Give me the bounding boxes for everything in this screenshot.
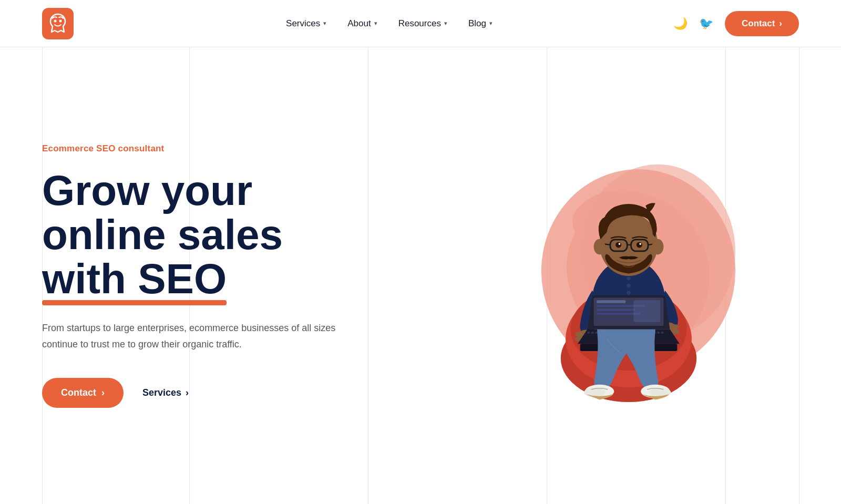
hero-services-link[interactable]: Services › <box>142 387 189 398</box>
header-contact-button[interactable]: Contact › <box>725 11 799 36</box>
page-wrapper: Ecommerce SEO consultant Grow your onlin… <box>0 47 841 504</box>
hero-section: Ecommerce SEO consultant Grow your onlin… <box>0 47 841 504</box>
cta-buttons: Contact › Services › <box>42 378 458 408</box>
svg-point-22 <box>637 242 642 248</box>
svg-rect-42 <box>595 332 598 334</box>
svg-rect-37 <box>597 308 635 311</box>
logo[interactable] <box>42 8 74 39</box>
arrow-right-icon: › <box>186 387 189 398</box>
hero-character-svg <box>502 124 755 428</box>
svg-point-1 <box>54 19 57 22</box>
svg-point-2 <box>59 19 62 22</box>
twitter-link[interactable]: 🐦 <box>699 17 713 30</box>
chevron-down-icon: ▾ <box>444 20 447 27</box>
svg-rect-59 <box>661 332 664 334</box>
arrow-right-icon: › <box>779 18 782 29</box>
svg-point-10 <box>627 276 630 280</box>
svg-rect-35 <box>597 300 625 303</box>
hero-illustration <box>458 92 799 460</box>
svg-point-23 <box>619 243 621 245</box>
chevron-down-icon: ▾ <box>489 20 493 27</box>
arrow-right-icon: › <box>101 387 105 398</box>
svg-rect-41 <box>591 332 594 334</box>
svg-point-31 <box>671 324 679 329</box>
svg-rect-40 <box>588 332 590 334</box>
nav-resources[interactable]: Resources ▾ <box>398 18 447 29</box>
svg-point-28 <box>575 332 583 336</box>
svg-rect-58 <box>657 332 660 334</box>
svg-point-25 <box>594 239 606 254</box>
hero-description: From startups to large enterprises, ecom… <box>42 320 336 352</box>
svg-point-26 <box>652 239 663 254</box>
character-scene <box>502 124 755 428</box>
site-header: Services ▾ About ▾ Resources ▾ Blog ▾ 🌙 … <box>0 0 841 47</box>
main-nav: Services ▾ About ▾ Resources ▾ Blog ▾ <box>286 18 493 29</box>
hero-eyebrow: Ecommerce SEO consultant <box>42 143 458 154</box>
svg-rect-39 <box>633 300 660 322</box>
svg-point-11 <box>627 283 630 287</box>
svg-point-12 <box>627 291 630 294</box>
chevron-down-icon: ▾ <box>323 20 326 27</box>
header-actions: 🌙 🐦 Contact › <box>673 11 799 36</box>
svg-point-32 <box>672 329 680 334</box>
nav-about[interactable]: About ▾ <box>347 18 377 29</box>
twitter-icon: 🐦 <box>699 17 713 30</box>
hero-heading: Grow your online sales with SEO <box>42 169 458 301</box>
svg-rect-0 <box>42 8 74 39</box>
dark-mode-toggle[interactable]: 🌙 <box>673 17 688 30</box>
nav-services[interactable]: Services ▾ <box>286 18 326 29</box>
svg-point-21 <box>616 242 621 248</box>
hero-contact-button[interactable]: Contact › <box>42 378 124 408</box>
svg-point-24 <box>639 243 641 245</box>
hero-text: Ecommerce SEO consultant Grow your onlin… <box>42 112 458 439</box>
nav-blog[interactable]: Blog ▾ <box>468 18 493 29</box>
moon-icon: 🌙 <box>673 17 688 30</box>
heading-underline-decoration <box>42 300 227 305</box>
chevron-down-icon: ▾ <box>374 20 377 27</box>
